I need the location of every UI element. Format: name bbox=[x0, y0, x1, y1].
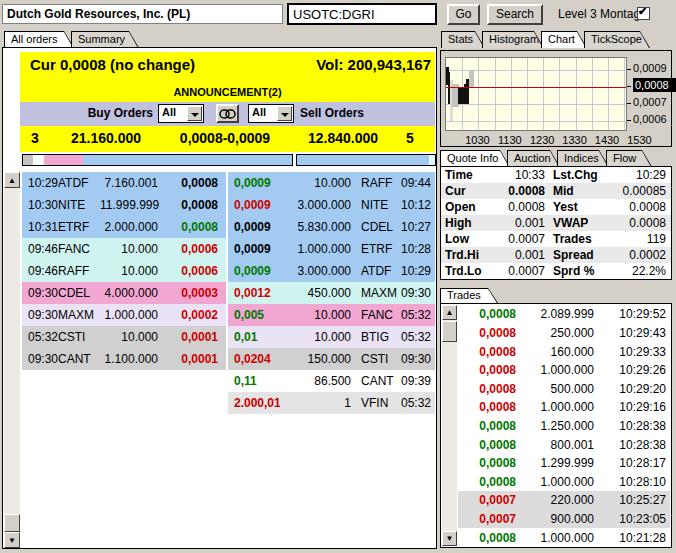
trade-row[interactable]: 0,0007220.00010:25:27 bbox=[458, 491, 670, 510]
sell-order-row[interactable]: 0,00510.000FANC05:32 bbox=[228, 304, 435, 326]
tab-auction-label: Auction bbox=[508, 151, 559, 167]
buy-order-row[interactable]: 05:32CSTI10.0000,0001 bbox=[22, 326, 226, 348]
chart-gridline-vertical bbox=[495, 58, 496, 130]
trade-price: 0,0008 bbox=[458, 345, 516, 359]
sell-order-row[interactable]: 0,000910.000RAFF09:44 bbox=[228, 172, 435, 194]
announcement-link[interactable]: ANNOUNCEMENT(2) bbox=[20, 86, 435, 98]
bid-ask-spread: 0,0008-0,0009 bbox=[180, 130, 270, 146]
sell-filter-dropdown-arrow-icon[interactable] bbox=[277, 106, 292, 121]
quote-value: 10:29 bbox=[605, 168, 671, 182]
trade-time: 10:23:05 bbox=[594, 512, 670, 526]
tab-trades[interactable]: Trades bbox=[440, 288, 498, 303]
tab-tickscope[interactable]: TickScope bbox=[584, 31, 650, 48]
go-button[interactable]: Go bbox=[447, 4, 480, 25]
buy-order-row[interactable]: 09:30CANT1.100.0000,0001 bbox=[22, 348, 226, 370]
depth-segment bbox=[429, 155, 435, 165]
chart-x-axis-label: 1330 bbox=[562, 134, 586, 146]
chart-gridline-vertical bbox=[527, 58, 528, 130]
market-maker-id: FANC bbox=[58, 242, 100, 256]
tab-quote-info[interactable]: Quote Info bbox=[440, 150, 510, 167]
quote-label: Spread bbox=[545, 248, 605, 262]
tab-all-orders-label: All orders bbox=[5, 32, 73, 48]
trade-size: 800.001 bbox=[516, 438, 594, 452]
tab-chart[interactable]: Chart bbox=[541, 31, 587, 48]
tab-indices-label: Indices bbox=[558, 151, 608, 167]
market-maker-id: CSTI bbox=[58, 330, 100, 344]
sell-order-row[interactable]: 0,1186.500CANT09:39 bbox=[228, 370, 435, 392]
buy-order-row[interactable]: 10:30NITE11.999.9990,0008 bbox=[22, 194, 226, 216]
trades-scroll-up-icon[interactable]: ▲ bbox=[442, 305, 457, 320]
trade-row[interactable]: 0,0008250.00010:29:43 bbox=[458, 324, 670, 343]
order-time: 10:30 bbox=[22, 198, 58, 212]
sell-order-row[interactable]: 0,00095.830.000CDEL10:27 bbox=[228, 216, 435, 238]
trade-time: 10:25:27 bbox=[594, 493, 670, 507]
tab-all-orders[interactable]: All orders bbox=[4, 31, 74, 48]
trades-scrollbar-thumb[interactable] bbox=[442, 321, 457, 342]
order-size: 3.000.000 bbox=[280, 198, 351, 212]
market-maker-id: ETRF bbox=[351, 242, 397, 256]
buy-filter-select[interactable]: All bbox=[158, 104, 204, 123]
trade-row[interactable]: 0,00081.000.00010:21:28 bbox=[458, 528, 670, 547]
orders-scroll-up-icon[interactable]: ▲ bbox=[4, 172, 20, 188]
order-size: 11.999.999 bbox=[100, 198, 170, 212]
trades-scroll-down-icon[interactable]: ▼ bbox=[442, 531, 457, 546]
sell-order-row[interactable]: 2.000,011VFIN05:32 bbox=[228, 392, 435, 414]
tab-stats[interactable]: Stats bbox=[441, 31, 485, 48]
buy-order-row[interactable]: 09:46FANC10.0000,0006 bbox=[22, 238, 226, 260]
market-maker-id: RAFF bbox=[351, 176, 397, 190]
orders-scrollbar-track[interactable] bbox=[4, 172, 20, 548]
level3-montage-checkbox[interactable] bbox=[637, 7, 650, 20]
search-button[interactable]: Search bbox=[487, 4, 543, 25]
order-time: 09:30 bbox=[397, 352, 435, 366]
price-chart-plot bbox=[445, 57, 627, 131]
order-size: 1 bbox=[280, 396, 351, 410]
quote-value: 0.0008 bbox=[493, 184, 545, 198]
trade-row[interactable]: 0,0007900.00010:23:05 bbox=[458, 510, 670, 529]
buy-order-row[interactable]: 09:30CDEL4.000.0000,0003 bbox=[22, 282, 226, 304]
tab-indices[interactable]: Indices bbox=[557, 150, 609, 167]
order-price: 0,0204 bbox=[228, 352, 280, 366]
trade-time: 10:29:43 bbox=[594, 326, 670, 340]
sell-order-row[interactable]: 0,00093.000.000ATDF10:29 bbox=[228, 260, 435, 282]
trade-size: 1.250.000 bbox=[516, 419, 594, 433]
trade-price: 0,0008 bbox=[458, 382, 516, 396]
order-time: 10:12 bbox=[397, 198, 435, 212]
buy-filter-dropdown-arrow-icon[interactable] bbox=[187, 106, 202, 121]
order-time: 10:27 bbox=[397, 220, 435, 234]
link-filters-button[interactable] bbox=[216, 104, 239, 123]
orders-scrollbar-thumb[interactable] bbox=[4, 514, 20, 532]
trade-row[interactable]: 0,00081.299.99910:28:17 bbox=[458, 454, 670, 473]
order-size: 10.000 bbox=[280, 330, 351, 344]
trade-row[interactable]: 0,00081.000.00010:29:16 bbox=[458, 398, 670, 417]
buy-order-row[interactable]: 09:30MAXM1.000.0000,0002 bbox=[22, 304, 226, 326]
sell-order-row[interactable]: 0,0204150.000CSTI09:30 bbox=[228, 348, 435, 370]
tab-histogram[interactable]: Histogram bbox=[482, 31, 544, 48]
sell-order-row[interactable]: 0,00091.000.000ETRF10:28 bbox=[228, 238, 435, 260]
chart-gridline-vertical bbox=[478, 58, 479, 130]
tab-flow[interactable]: Flow bbox=[606, 150, 652, 167]
sell-order-row[interactable]: 0,0012450.000MAXM09:30 bbox=[228, 282, 435, 304]
buy-total-size: 21.160.000 bbox=[71, 130, 141, 146]
trade-row[interactable]: 0,00081.000.00010:29:26 bbox=[458, 361, 670, 380]
tab-auction[interactable]: Auction bbox=[507, 150, 560, 167]
sell-order-book: 0,000910.000RAFF09:440,00093.000.000NITE… bbox=[228, 172, 435, 414]
buy-order-row[interactable]: 10:31ETRF2.000.0000,0008 bbox=[22, 216, 226, 238]
tab-summary[interactable]: Summary bbox=[71, 31, 139, 48]
buy-order-row[interactable]: 10:29ATDF7.160.0010,0008 bbox=[22, 172, 226, 194]
trade-row[interactable]: 0,00081.000.00010:28:10 bbox=[458, 472, 670, 491]
sell-filter-select[interactable]: All bbox=[248, 104, 294, 123]
orders-scroll-down-icon[interactable]: ▼ bbox=[4, 532, 20, 548]
trade-row[interactable]: 0,0008500.00010:29:20 bbox=[458, 379, 670, 398]
trade-row[interactable]: 0,00082.089.99910:29:52 bbox=[458, 305, 670, 324]
chart-gridline-vertical bbox=[559, 58, 560, 130]
trade-row[interactable]: 0,0008160.00010:29:33 bbox=[458, 342, 670, 361]
chart-price-bar bbox=[469, 70, 474, 87]
trade-row[interactable]: 0,00081.250.00010:28:38 bbox=[458, 417, 670, 436]
order-size: 10.000 bbox=[100, 264, 170, 278]
trade-row[interactable]: 0,0008800.00110:28:38 bbox=[458, 435, 670, 454]
sell-order-row[interactable]: 0,00093.000.000NITE10:12 bbox=[228, 194, 435, 216]
market-maker-id: ETRF bbox=[58, 220, 100, 234]
sell-order-row[interactable]: 0,0110.000BTIG05:32 bbox=[228, 326, 435, 348]
buy-order-row[interactable]: 09:46RAFF10.0000,0006 bbox=[22, 260, 226, 282]
ticker-input[interactable] bbox=[287, 3, 437, 25]
